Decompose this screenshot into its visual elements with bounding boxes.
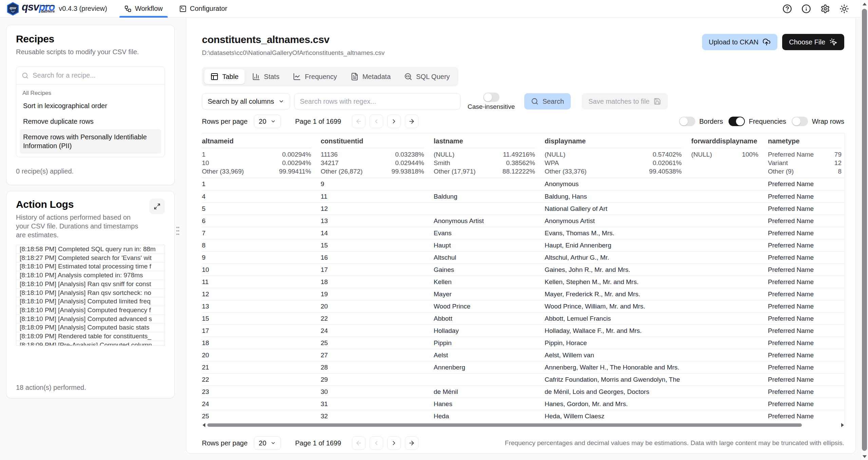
table-cell: 27 <box>321 352 434 359</box>
choose-file-button[interactable]: Choose File <box>782 34 844 50</box>
table-cell: Heda <box>434 413 545 420</box>
tab-stats[interactable]: Stats <box>246 69 286 84</box>
table-icon <box>210 73 219 81</box>
recipe-item[interactable]: Remove duplicate rows <box>20 114 161 129</box>
table-cell: Preferred Name <box>768 278 845 286</box>
pagination-top: Rows per page 20 Page 1 of 1699 <box>202 115 418 128</box>
table-cell: Preferred Name <box>768 254 845 261</box>
tab-metadata[interactable]: Metadata <box>344 69 397 84</box>
table-cell: Baldung, Hans <box>545 193 691 200</box>
info-icon[interactable] <box>801 4 811 14</box>
log-entry: [8:18:09 PM] Rendered table for constitu… <box>16 332 165 341</box>
scroll-right-arrow-icon[interactable] <box>841 423 844 427</box>
table-cell: Annenberg <box>434 364 545 371</box>
settings-icon[interactable] <box>820 4 830 14</box>
frequencies-toggle[interactable] <box>729 117 745 126</box>
table-cell: Gaines, John R., Mr. and Mrs. <box>545 266 691 274</box>
save-matches-button[interactable]: Save matches to file <box>582 93 668 109</box>
panel-resize-handle[interactable] <box>175 225 180 237</box>
log-entry: [8:18:58 PM] Completed SQL query run in:… <box>16 245 165 254</box>
vertical-scrollbar-thumb[interactable] <box>862 9 867 451</box>
horizontal-scrollbar-thumb[interactable] <box>207 423 802 427</box>
chevron-down-icon <box>270 119 276 124</box>
rows-per-page-select[interactable]: 20 <box>254 436 281 450</box>
wrap-rows-toggle[interactable] <box>792 117 808 126</box>
log-entry: [8:18:09 PM] [Analysis] Computed basic s… <box>16 323 165 332</box>
log-entry: [8:18:27 PM] Completed search for 'Evans… <box>16 254 165 263</box>
top-bar: qsv qsvpro datHere v0.4.3 (preview) Work… <box>0 0 861 18</box>
frequency-row: Other (33,969)99.99411% <box>202 167 311 176</box>
table-cell: National Gallery of Art <box>545 205 691 213</box>
main-panel: constituents_altnames.csv D:\datasets\cc… <box>186 18 856 454</box>
scroll-up-arrow-icon[interactable] <box>863 3 867 5</box>
recipe-search-input[interactable] <box>33 72 159 79</box>
theme-sun-icon[interactable] <box>839 4 849 14</box>
frequency-row: Preferred Name79 <box>768 150 842 159</box>
table-cell: 23 <box>202 388 321 396</box>
table-cell: Preferred Name <box>768 388 845 396</box>
table-cell: Haupt, Enid Annenberg <box>545 242 691 249</box>
tab-configurator-label: Configurator <box>190 5 227 13</box>
search-column-select[interactable]: Search by all columns <box>202 93 290 109</box>
expand-logs-button[interactable] <box>149 199 165 214</box>
recipe-search-row <box>16 67 165 84</box>
table-cell: Preferred Name <box>768 315 845 322</box>
qsv-hexagon-logo-icon: qsv <box>7 2 19 16</box>
scroll-left-arrow-icon[interactable] <box>203 423 205 427</box>
help-icon[interactable] <box>782 4 792 14</box>
search-button-label: Search <box>543 98 564 105</box>
table-cell: 16 <box>321 254 434 261</box>
rows-per-page-select[interactable]: 20 <box>254 115 281 128</box>
tab-table[interactable]: Table <box>204 69 245 84</box>
search-button[interactable]: Search <box>524 93 571 109</box>
table-cell: Altschul, Arthur G., Mr. <box>545 254 691 261</box>
tab-workflow[interactable]: Workflow <box>116 0 171 18</box>
scroll-down-arrow-icon[interactable] <box>863 455 867 458</box>
vertical-scrollbar[interactable] <box>861 0 868 460</box>
tab-sql-query[interactable]: SQL Query <box>398 69 456 84</box>
column-header-lastname: lastname(NULL)11.49216%Smith0.38562%Othe… <box>434 133 545 178</box>
frequency-row: Other (33,376)99.40538% <box>545 167 682 176</box>
table-cell: Anonymous Artist <box>545 217 691 225</box>
frequency-row: Smith0.38562% <box>434 159 535 167</box>
prev-page-button[interactable] <box>370 115 383 128</box>
log-list[interactable]: [8:18:58 PM] Completed SQL query run in:… <box>16 245 165 346</box>
next-page-button[interactable] <box>387 436 401 450</box>
prev-page-button[interactable] <box>370 436 383 450</box>
table-cell: 20 <box>321 303 434 310</box>
tab-frequency[interactable]: Frequency <box>287 69 343 84</box>
action-logs-subtitle: History of actions performed based on yo… <box>16 213 141 239</box>
wrap-rows-toggle-group: Wrap rows <box>792 117 844 126</box>
tab-configurator[interactable]: Configurator <box>171 0 235 18</box>
chevron-left-icon <box>373 118 380 125</box>
first-page-button[interactable] <box>352 115 365 128</box>
recipes-applied-count: 0 recipe(s) applied. <box>16 167 165 175</box>
table-cell: Preferred Name <box>768 364 845 371</box>
next-page-button[interactable] <box>387 115 401 128</box>
pagination-bottom: Rows per page 20 Page 1 of 1699 <box>202 436 418 450</box>
table-cell: Annenberg, Walter H., The Honorable and … <box>545 364 691 371</box>
table-row: 613Anonymous ArtistAnonymous ArtistPrefe… <box>202 215 845 227</box>
table-cell: 18 <box>321 278 434 286</box>
arrow-left-icon <box>355 118 362 125</box>
table-row: 512National Gallery of ArtPreferred Name <box>202 202 845 215</box>
recipe-item[interactable]: Sort in lexicographical order <box>20 98 161 114</box>
table-cell: Kellen, Stephen M., Mr. and Mrs. <box>545 278 691 286</box>
horizontal-scrollbar[interactable] <box>202 423 845 427</box>
table-cell: Anonymous <box>545 180 691 188</box>
table-cell: Preferred Name <box>768 193 845 200</box>
case-insensitive-toggle[interactable] <box>483 93 499 102</box>
table-cell: 12 <box>202 291 321 298</box>
column-header-nametype: nametypePreferred Name79Variant12Other (… <box>768 133 845 178</box>
frequencies-toggle-group: Frequencies <box>729 117 786 126</box>
regex-search-input[interactable] <box>294 93 460 109</box>
last-page-button[interactable] <box>405 115 418 128</box>
last-page-button[interactable] <box>405 436 418 450</box>
borders-toggle[interactable] <box>679 117 695 126</box>
file-title: constituents_altnames.csv <box>202 34 385 45</box>
case-insensitive-label: Case-insensitive <box>468 103 515 111</box>
recipe-item[interactable]: Remove rows with Personally Identifiable… <box>20 129 161 154</box>
upload-to-ckan-button[interactable]: Upload to CKAN <box>702 34 778 50</box>
first-page-button[interactable] <box>352 436 365 450</box>
arrow-left-icon <box>355 440 362 446</box>
